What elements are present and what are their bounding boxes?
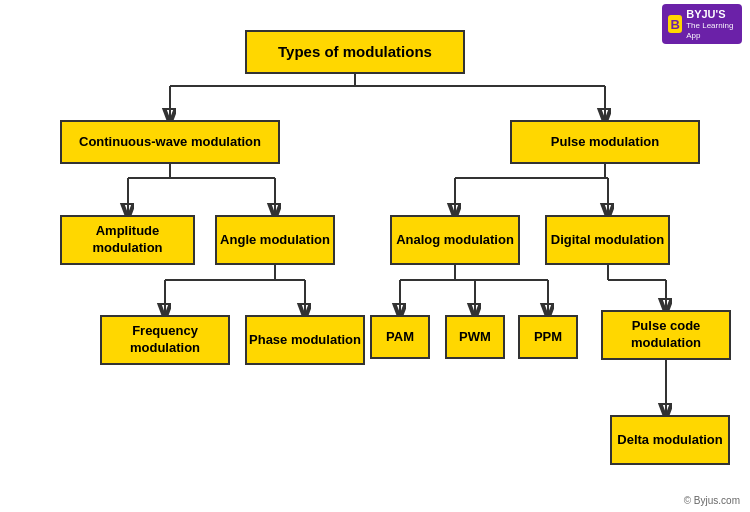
logo-b-icon: B xyxy=(668,15,682,33)
amplitude-node: Amplitude modulation xyxy=(60,215,195,265)
copyright-text: © Byjus.com xyxy=(684,495,740,506)
cw-node: Continuous-wave modulation xyxy=(60,120,280,164)
pulse-node: Pulse modulation xyxy=(510,120,700,164)
delta-node: Delta modulation xyxy=(610,415,730,465)
pwm-node: PWM xyxy=(445,315,505,359)
angle-node: Angle modulation xyxy=(215,215,335,265)
pcm-node: Pulse code modulation xyxy=(601,310,731,360)
byju-logo: B BYJU'S The Learning App xyxy=(662,8,742,40)
logo-name: BYJU'S xyxy=(686,8,736,21)
digital-node: Digital modulation xyxy=(545,215,670,265)
analog-node: Analog modulation xyxy=(390,215,520,265)
logo-tagline: The Learning App xyxy=(686,21,736,40)
phase-node: Phase modulation xyxy=(245,315,365,365)
root-node: Types of modulations xyxy=(245,30,465,74)
pam-node: PAM xyxy=(370,315,430,359)
frequency-node: Frequency modulation xyxy=(100,315,230,365)
ppm-node: PPM xyxy=(518,315,578,359)
